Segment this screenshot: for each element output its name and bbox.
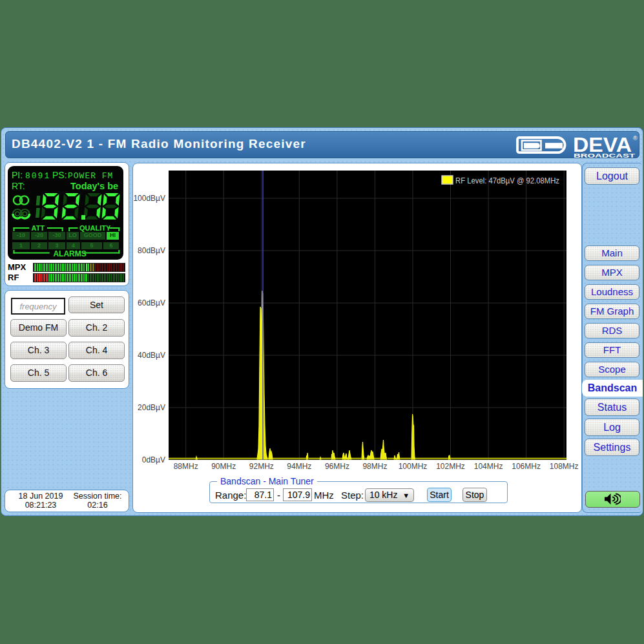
svg-text:ATT: ATT (32, 224, 45, 232)
svg-text:RF Level: 47dBµV @ 92.08MHz: RF Level: 47dBµV @ 92.08MHz (455, 176, 559, 185)
svg-text:PI:: PI: (12, 170, 23, 180)
svg-text:PS:: PS: (52, 170, 67, 180)
svg-text:ALARMS: ALARMS (53, 249, 86, 258)
svg-text:QUALITY: QUALITY (79, 224, 111, 232)
svg-text:8091: 8091 (25, 171, 50, 181)
svg-text:RT:: RT: (12, 181, 25, 191)
svg-text:POWER FM: POWER FM (68, 171, 113, 181)
svg-text:®: ® (633, 135, 638, 141)
svg-text:Today's be: Today's be (70, 181, 118, 191)
svg-text:BROADCAST: BROADCAST (574, 152, 636, 159)
